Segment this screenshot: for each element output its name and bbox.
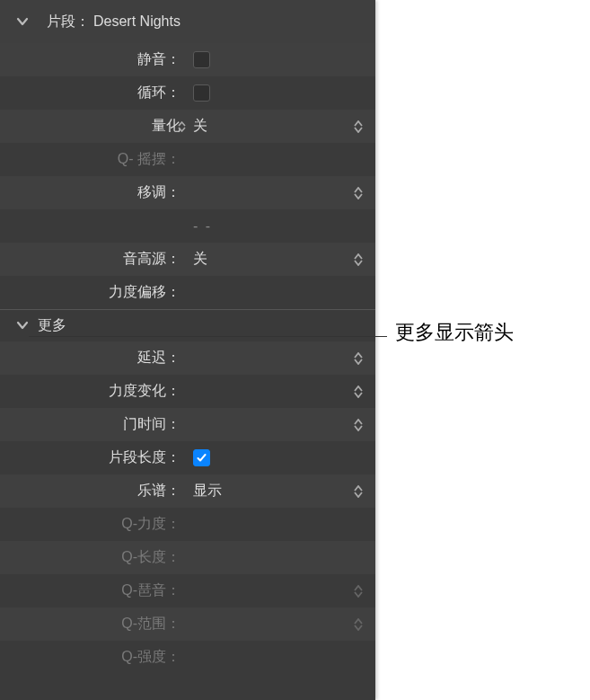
param-row-finetune: - - bbox=[0, 209, 375, 243]
pitchsource-value[interactable]: 关 bbox=[184, 250, 375, 269]
mute-checkbox[interactable] bbox=[193, 51, 210, 68]
param-row-qlength: Q-长度： bbox=[0, 541, 375, 574]
param-row-pitchsource: 音高源： 关 bbox=[0, 243, 375, 276]
param-row-qstrength: Q-强度： bbox=[0, 641, 375, 674]
param-label: Q-琶音： bbox=[0, 581, 184, 600]
quantize-mini-stepper-icon[interactable] bbox=[178, 121, 186, 132]
param-label: 量化 bbox=[0, 117, 184, 136]
transpose-stepper-icon[interactable] bbox=[354, 187, 363, 199]
score-stepper-icon[interactable] bbox=[354, 485, 363, 498]
param-label: 乐谱： bbox=[0, 482, 184, 501]
loop-checkbox[interactable] bbox=[193, 84, 210, 102]
param-label: 音高源： bbox=[0, 250, 184, 269]
param-row-cliplength: 片段长度： bbox=[0, 441, 375, 474]
quantize-value[interactable]: 关 bbox=[184, 117, 375, 136]
param-row-velocitychange: 力度变化： bbox=[0, 375, 375, 408]
pitchsource-stepper-icon[interactable] bbox=[354, 253, 363, 266]
param-row-velocityoffset: 力度偏移： bbox=[0, 276, 375, 309]
param-label: 力度偏移： bbox=[0, 283, 184, 302]
param-label: Q-强度： bbox=[0, 648, 184, 667]
score-value[interactable]: 显示 bbox=[184, 482, 375, 501]
callout-text: 更多显示箭头 bbox=[395, 319, 514, 346]
section-label: 片段： bbox=[47, 13, 90, 31]
param-row-delay: 延迟： bbox=[0, 341, 375, 375]
qrange-stepper-icon bbox=[354, 618, 363, 631]
param-row-qarp: Q-琶音： bbox=[0, 574, 375, 607]
velocitychange-stepper-icon[interactable] bbox=[354, 385, 363, 398]
section-value[interactable]: Desert Nights bbox=[93, 13, 181, 30]
param-row-transpose: 移调： bbox=[0, 176, 375, 209]
qarp-stepper-icon bbox=[354, 585, 363, 598]
param-label: Q-范围： bbox=[0, 615, 184, 634]
param-row-qrange: Q-范围： bbox=[0, 607, 375, 641]
divider bbox=[0, 309, 375, 310]
param-row-score: 乐谱： 显示 bbox=[0, 474, 375, 508]
disclosure-more-icon[interactable] bbox=[14, 317, 31, 333]
callout-line bbox=[29, 336, 387, 337]
param-row-gatetime: 门时间： bbox=[0, 408, 375, 441]
gatetime-stepper-icon[interactable] bbox=[354, 419, 363, 431]
finetune-value[interactable]: - - bbox=[193, 218, 212, 235]
param-label: 循环： bbox=[0, 84, 184, 102]
param-row-mute: 静音： bbox=[0, 43, 375, 76]
param-label: 静音： bbox=[0, 50, 184, 69]
param-label: 力度变化： bbox=[0, 382, 184, 401]
param-label: 延迟： bbox=[0, 349, 184, 368]
quantize-stepper-icon[interactable] bbox=[354, 120, 363, 133]
param-row-qswing: Q- 摇摆： bbox=[0, 143, 375, 176]
param-row-loop: 循环： bbox=[0, 76, 375, 110]
cliplength-checkbox[interactable] bbox=[193, 449, 210, 466]
section-header: 片段： Desert Nights bbox=[0, 0, 375, 43]
delay-stepper-icon[interactable] bbox=[354, 352, 363, 365]
param-row-qvelocity: Q-力度： bbox=[0, 508, 375, 541]
disclosure-section-icon[interactable] bbox=[14, 13, 31, 30]
param-label: Q- 摇摆： bbox=[0, 150, 184, 169]
param-row-quantize: 量化 关 bbox=[0, 110, 375, 143]
param-label: 门时间： bbox=[0, 415, 184, 434]
param-label: Q-力度： bbox=[0, 515, 184, 534]
param-label: 片段长度： bbox=[0, 448, 184, 467]
param-label: Q-长度： bbox=[0, 548, 184, 567]
param-label: 移调： bbox=[0, 183, 184, 202]
more-label: 更多 bbox=[38, 316, 66, 335]
